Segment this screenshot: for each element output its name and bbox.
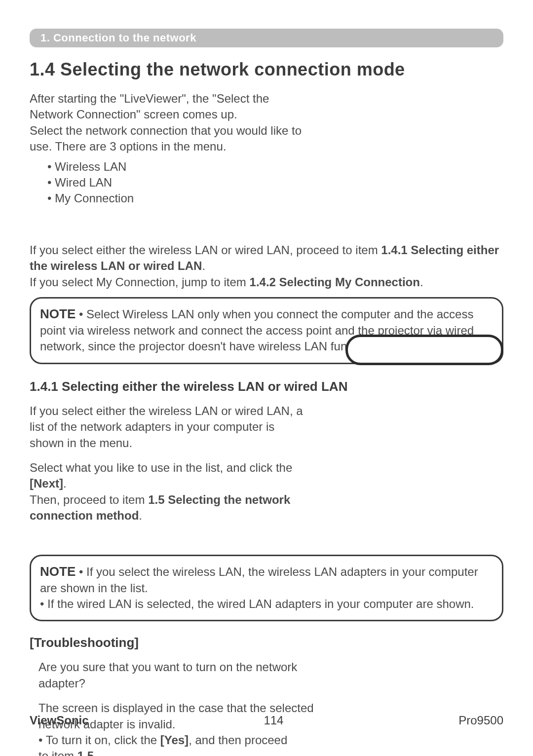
- note2-label: NOTE: [40, 564, 76, 579]
- page-footer: ViewSonic 114 Pro9500: [30, 714, 503, 727]
- sub141-p3c: .: [139, 509, 142, 522]
- sel-l2b: 1.4.2 Selecting My Connection: [250, 275, 420, 289]
- breadcrumb-text: 1. Connection to the network: [40, 32, 196, 44]
- note1-label: NOTE: [40, 306, 76, 321]
- sub141-body: If you select either the wireless LAN or…: [30, 403, 306, 524]
- sub141-p2: Select what you like to use in the list,…: [30, 460, 306, 492]
- sub141-p3: Then, proceed to item 1.5 Selecting the …: [30, 492, 306, 524]
- sel-l2a: If you select My Connection, jump to ite…: [30, 275, 250, 289]
- footer-brand: ViewSonic: [30, 714, 89, 727]
- sel-l1c: .: [202, 259, 205, 272]
- option-wireless-lan: • Wireless LAN: [47, 159, 306, 175]
- option-my-connection: • My Connection: [47, 190, 306, 206]
- intro-p2: Select the network connection that you w…: [30, 123, 306, 155]
- sel-l1a: If you select either the wireless LAN or…: [30, 243, 381, 257]
- sub141-p2c: .: [63, 477, 67, 490]
- selection-paragraph: If you select either the wireless LAN or…: [30, 242, 503, 290]
- trouble-body: Are you sure that you want to turn on th…: [38, 659, 315, 756]
- note2-b2: • If the wired LAN is selected, the wire…: [40, 597, 474, 610]
- intro-block: After starting the "LiveViewer", the "Se…: [30, 91, 306, 207]
- image-placeholder-box: [345, 335, 503, 365]
- tb1c: , and then proceed: [189, 733, 287, 747]
- sel-l2c: .: [420, 275, 423, 289]
- footer-model: Pro9500: [458, 714, 503, 727]
- subheading-141: 1.4.1 Selecting either the wireless LAN …: [30, 379, 503, 394]
- tb1f: .: [94, 749, 97, 756]
- intro-options: • Wireless LAN • Wired LAN • My Connecti…: [47, 159, 306, 207]
- breadcrumb-bar: 1. Connection to the network: [30, 29, 503, 47]
- note-box-2: NOTE • If you select the wireless LAN, t…: [30, 555, 503, 622]
- footer-page-number: 114: [264, 714, 283, 727]
- tb1a: • To turn it on, click the: [38, 733, 160, 747]
- note2-b1: • If you select the wireless LAN, the wi…: [40, 565, 478, 595]
- sub141-p2a: Select what you like to use in the list,…: [30, 461, 292, 474]
- intro-p1: After starting the "LiveViewer", the "Se…: [30, 91, 306, 123]
- troubleshooting-heading: [Troubleshooting]: [30, 635, 503, 650]
- trouble-question: Are you sure that you want to turn on th…: [38, 659, 315, 691]
- tb1d: to item: [38, 749, 77, 756]
- sub141-p1: If you select either the wireless LAN or…: [30, 403, 306, 451]
- tb1b: [Yes]: [160, 733, 189, 747]
- page-title: 1.4 Selecting the network connection mod…: [30, 59, 503, 80]
- option-wired-lan: • Wired LAN: [47, 175, 306, 190]
- sub141-p3a: Then, proceed to item: [30, 493, 148, 506]
- tb1e: 1.5: [77, 749, 94, 756]
- trouble-b1: • To turn it on, click the [Yes], and th…: [38, 732, 315, 756]
- sub141-p2b: [Next]: [30, 477, 63, 490]
